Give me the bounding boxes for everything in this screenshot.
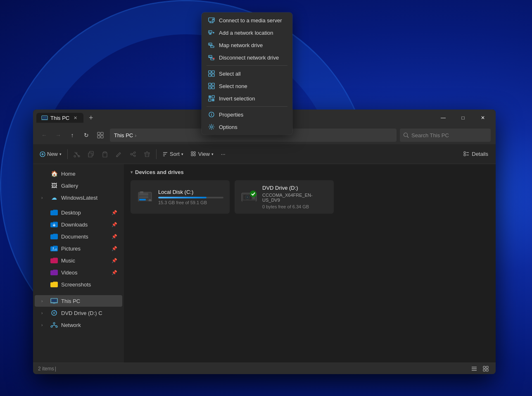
drives-grid: Local Disk (C:) 15.3 GB free of 59.1 GB: [131, 180, 489, 214]
svg-rect-126: [483, 369, 485, 371]
new-button[interactable]: New ▾: [36, 147, 65, 161]
sidebar-item-network[interactable]: › Network: [35, 319, 122, 331]
drive-item-d[interactable]: DVD Drive (D:) CCCOMA_X64FRE_EN-US_DV9 0…: [235, 180, 334, 214]
gallery-icon: 🖼: [50, 182, 58, 189]
sidebar-item-windowslatest[interactable]: › ☁ WindowsLatest: [35, 192, 122, 203]
svg-point-101: [51, 326, 52, 327]
drive-d-space: 0 bytes free of 6.34 GB: [262, 204, 328, 209]
details-button[interactable]: Details: [459, 149, 492, 159]
active-tab[interactable]: This PC ✕: [36, 113, 83, 123]
delete-icon: [144, 151, 150, 157]
menu-label-disconnect-network: Disconnect network drive: [219, 55, 279, 61]
svg-rect-107: [139, 193, 148, 196]
cut-button[interactable]: [70, 147, 83, 161]
sidebar-item-gallery[interactable]: 🖼 Gallery: [35, 180, 122, 191]
section-header-devices[interactable]: ▾ Devices and drives: [131, 169, 489, 175]
menu-item-add-network[interactable]: Add a network location: [203, 26, 291, 39]
toolbar: New ▾: [33, 144, 496, 164]
hdd-icon: [137, 189, 153, 205]
sidebar-item-downloads[interactable]: Downloads 📌: [35, 219, 122, 230]
svg-rect-57: [97, 136, 100, 138]
list-view-button[interactable]: [469, 364, 479, 373]
svg-rect-39: [212, 99, 214, 101]
delete-button[interactable]: [140, 147, 154, 161]
grid-view-button[interactable]: [481, 364, 491, 373]
paste-button[interactable]: [98, 147, 112, 161]
menu-item-map-network[interactable]: Map network drive: [203, 39, 291, 51]
sidebar-item-pictures[interactable]: Pictures 📌: [35, 243, 122, 254]
menu-item-disconnect-network[interactable]: Disconnect network drive: [203, 51, 291, 64]
window-controls: — □ ✕: [434, 111, 492, 124]
svg-rect-58: [101, 136, 103, 138]
sidebar-label-dvd: DVD Drive (D:) C: [61, 310, 102, 316]
svg-rect-84: [191, 152, 193, 153]
home-icon: 🏠: [50, 170, 58, 177]
forward-button[interactable]: →: [52, 129, 64, 141]
pin-icon: 📌: [112, 246, 117, 251]
menu-item-select-all[interactable]: Select all: [203, 67, 291, 80]
menu-item-options[interactable]: Options: [203, 121, 291, 133]
svg-point-75: [134, 155, 135, 157]
sort-button[interactable]: Sort ▾: [159, 147, 187, 161]
details-icon: [463, 151, 469, 157]
sidebar-item-documents[interactable]: Documents 📌: [35, 231, 122, 242]
rename-button[interactable]: [112, 147, 126, 161]
file-explorer-window: This PC ✕ + — □ ✕ ← → ↑ ↻ This PC ›: [33, 110, 496, 374]
sort-icon: [162, 151, 168, 157]
drive-c-info: Local Disk (C:) 15.3 GB free of 59.1 GB: [158, 189, 223, 205]
search-bar[interactable]: Search This PC: [400, 129, 491, 142]
sidebar-item-screenshots[interactable]: Screenshots: [35, 279, 122, 290]
svg-point-116: [247, 196, 248, 198]
view-button[interactable]: [94, 129, 107, 141]
sidebar-label-gallery: Gallery: [61, 183, 78, 189]
sidebar-item-videos[interactable]: Videos 📌: [35, 267, 122, 278]
svg-line-105: [54, 325, 57, 326]
pin-icon: 📌: [112, 234, 117, 239]
new-arrow: ▾: [59, 152, 62, 156]
copy-button[interactable]: [84, 147, 97, 161]
svg-rect-32: [212, 83, 214, 86]
pictures-folder-icon: [50, 245, 58, 252]
svg-line-50: [213, 125, 214, 126]
up-button[interactable]: ↑: [66, 129, 78, 141]
menu-item-select-none[interactable]: Select none: [203, 80, 291, 92]
view-toggle-icon: [191, 151, 197, 157]
sidebar-item-dvd[interactable]: › DVD Drive (D:) C: [35, 307, 122, 319]
svg-rect-37: [212, 95, 214, 98]
paste-icon: [102, 151, 108, 157]
videos-folder-icon: [50, 269, 58, 276]
menu-item-connect-media[interactable]: Connect to a media server: [203, 14, 291, 26]
sidebar-item-music[interactable]: Music 📌: [35, 255, 122, 266]
content-area: 🏠 Home 🖼 Gallery › ☁ WindowsLatest: [33, 164, 496, 363]
cut-icon: [74, 151, 80, 157]
add-tab-button[interactable]: +: [85, 112, 97, 124]
tab-close-button[interactable]: ✕: [72, 115, 78, 121]
screenshots-folder-icon: [50, 281, 58, 288]
sidebar-label-videos: Videos: [61, 270, 78, 276]
sidebar-label-documents: Documents: [61, 234, 88, 240]
sidebar-item-desktop[interactable]: Desktop 📌: [35, 207, 122, 218]
view-toggle-button[interactable]: View ▾: [188, 147, 217, 161]
minimize-button[interactable]: —: [434, 111, 453, 124]
sidebar-item-home[interactable]: 🏠 Home: [35, 168, 122, 179]
menu-item-invert-selection[interactable]: Invert selection: [203, 92, 291, 105]
svg-rect-111: [138, 201, 152, 203]
sidebar-label-music: Music: [61, 258, 75, 264]
menu-label-invert-selection: Invert selection: [219, 95, 255, 102]
sidebar-item-thispc[interactable]: › This PC: [35, 295, 122, 307]
svg-rect-14: [209, 44, 210, 45]
back-button[interactable]: ←: [38, 129, 50, 141]
svg-line-60: [407, 136, 409, 138]
more-button[interactable]: ···: [218, 147, 229, 161]
svg-rect-15: [211, 46, 214, 48]
maximize-button[interactable]: □: [454, 111, 473, 124]
svg-rect-69: [88, 153, 92, 157]
menu-item-properties[interactable]: Properties: [203, 108, 291, 121]
share-button[interactable]: [126, 147, 140, 161]
refresh-button[interactable]: ↻: [80, 129, 93, 141]
music-folder-icon: [50, 257, 58, 264]
close-button[interactable]: ✕: [473, 111, 492, 124]
drive-item-c[interactable]: Local Disk (C:) 15.3 GB free of 59.1 GB: [131, 180, 230, 214]
details-label: Details: [472, 151, 488, 157]
view-label: View: [198, 151, 210, 157]
